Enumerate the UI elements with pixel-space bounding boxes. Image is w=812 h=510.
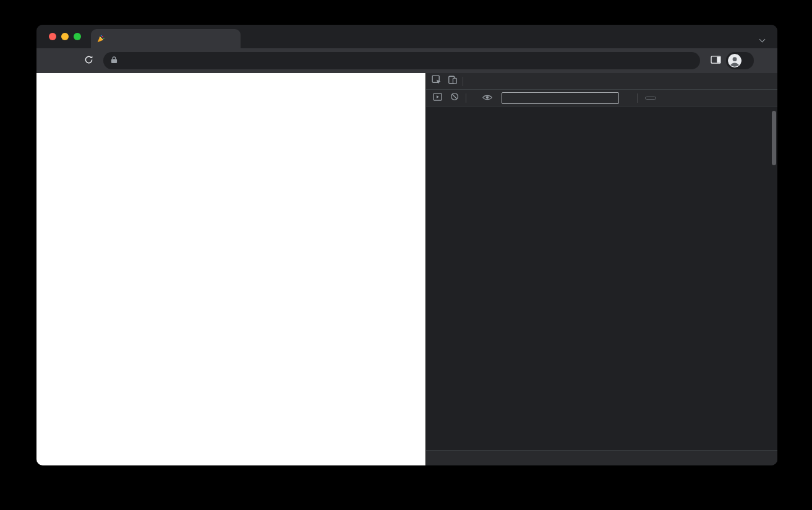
guest-avatar-icon: [728, 54, 741, 67]
live-expression-button[interactable]: [479, 90, 495, 106]
console-toolbar: [426, 90, 777, 106]
eye-icon: [482, 92, 492, 103]
reload-button[interactable]: [80, 52, 97, 69]
window-content: [36, 73, 777, 465]
browser-tab[interactable]: [91, 29, 241, 48]
side-panel-icon: [711, 55, 721, 67]
console-settings-gear-icon[interactable]: [759, 90, 774, 106]
console-sidebar-icon: [433, 92, 442, 103]
forward-button[interactable]: [61, 52, 79, 69]
tab-strip: [36, 25, 777, 48]
inspect-element-button[interactable]: [429, 73, 445, 89]
lock-icon: [111, 55, 118, 66]
divider: [637, 93, 638, 103]
clear-console-button[interactable]: [447, 90, 463, 106]
clear-console-icon: [450, 92, 459, 103]
new-tab-button[interactable]: [250, 30, 265, 45]
browser-window: [36, 25, 777, 465]
page-viewport[interactable]: [36, 73, 425, 465]
address-bar[interactable]: [103, 52, 700, 69]
inspect-cursor-icon: [432, 75, 442, 87]
devtools-menu-icon[interactable]: [748, 73, 763, 89]
close-window-button[interactable]: [49, 33, 56, 40]
tab-close-icon[interactable]: [233, 38, 235, 40]
devtools-panel: [425, 73, 777, 465]
divider: [466, 93, 466, 103]
profile-button[interactable]: [726, 52, 754, 69]
issues-counter[interactable]: [645, 97, 656, 100]
console-filter-input[interactable]: [502, 92, 619, 104]
maximize-window-button[interactable]: [74, 33, 81, 40]
console-output: [426, 106, 777, 450]
window-controls: [49, 33, 81, 40]
back-button[interactable]: [43, 52, 60, 69]
device-toolbar-button[interactable]: [445, 73, 461, 89]
console-sidebar-toggle-button[interactable]: [429, 90, 445, 106]
devtools-settings-gear-icon[interactable]: [733, 73, 748, 89]
divider: [463, 77, 463, 86]
side-panel-button[interactable]: [706, 52, 725, 69]
browser-toolbar: [36, 48, 777, 73]
reload-icon: [84, 55, 93, 67]
device-toolbar-icon: [448, 75, 458, 87]
devtools-drawer: [426, 450, 777, 465]
minimize-window-button[interactable]: [61, 33, 69, 40]
devtools-tabbar: [426, 73, 777, 90]
console-scrollbar-thumb[interactable]: [772, 111, 776, 165]
tab-search-chevron-icon[interactable]: [759, 33, 767, 40]
devtools-close-icon[interactable]: [763, 73, 777, 89]
tab-favicon-icon: [96, 34, 106, 43]
